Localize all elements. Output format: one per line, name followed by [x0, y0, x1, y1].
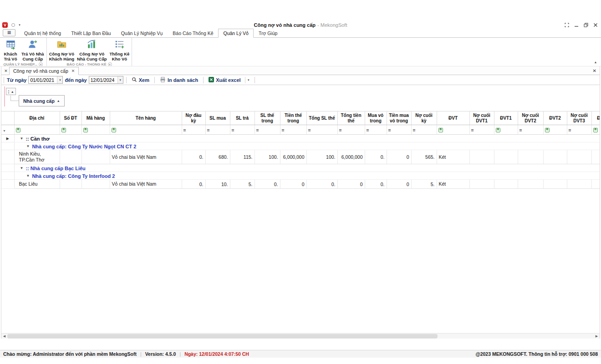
column-header[interactable]: ĐVT1	[494, 111, 518, 125]
close-all-tabs-icon[interactable]: ✕	[3, 69, 9, 75]
export-excel-dropdown-icon[interactable]: ▼	[245, 77, 252, 83]
dialog-launcher-icon[interactable]: ▾	[108, 62, 112, 66]
data-cell[interactable]: 5.	[230, 180, 255, 189]
filter-cell[interactable]: =	[255, 125, 280, 135]
data-cell[interactable]	[494, 150, 518, 164]
column-header[interactable]: Nợ cuối DVT2	[518, 111, 543, 125]
data-cell[interactable]: 0.	[365, 150, 387, 164]
data-cell[interactable]: Vỏ chai bia Việt Nam	[110, 180, 182, 189]
column-header[interactable]: Nợ cuối DVT1	[469, 111, 494, 125]
cong-no-vo-nha-cung-cap-button[interactable]: Công Nợ Vỏ Nhà Cung Cấp	[76, 38, 108, 62]
filter-cell[interactable]	[60, 125, 81, 135]
data-cell[interactable]	[469, 180, 494, 189]
to-date-input[interactable]	[89, 76, 117, 83]
column-header[interactable]: Tổng tiền thế	[337, 111, 365, 125]
group-row[interactable]: ▼:: Nhà cung cấp Bạc Liêu	[1, 164, 600, 172]
filter-cell[interactable]	[494, 125, 518, 135]
data-cell[interactable]	[567, 150, 591, 164]
tra-vo-nha-cung-cap-button[interactable]: Trả Vỏ Nhà Cung Cấp	[20, 38, 46, 62]
filter-cell[interactable]: =	[337, 125, 365, 135]
data-cell[interactable]: 0	[280, 180, 306, 189]
data-cell[interactable]: 680.	[205, 150, 230, 164]
column-header[interactable]: Tiền thế trong	[280, 111, 306, 125]
table-row[interactable]: Ninh Kiều, TP.Cần ThơVỏ chai bia Việt Na…	[1, 150, 600, 164]
quick-access-dropdown-icon[interactable]: ▼	[18, 24, 21, 26]
group-cell[interactable]: ▼Nhà cung cấp: Công Ty Nước Ngọt CN CT 2	[14, 142, 600, 150]
ribbon-tab-quan-ly-nghiep-vu[interactable]: Quản Lý Nghiệp Vụ	[116, 29, 168, 38]
ribbon-collapse-icon[interactable]: ▲	[592, 60, 599, 65]
column-header[interactable]: Tổng SL thế	[306, 111, 337, 125]
group-expand-icon[interactable]: ▼	[26, 174, 30, 178]
tabstrip-close-icon[interactable]: ✕	[593, 68, 598, 75]
group-row[interactable]: ▼Nhà cung cấp: Công Ty Interfood 2	[1, 172, 600, 180]
scroll-left-icon[interactable]: ◀	[1, 334, 7, 339]
data-cell[interactable]	[591, 150, 600, 164]
ribbon-tab-bao-cao-thong-ke[interactable]: Báo Cáo Thống Kê	[168, 29, 218, 38]
document-tab-cong-no-vo[interactable]: Công nợ vỏ nhà cung cấp ✕	[9, 67, 79, 75]
filter-indicator-cell[interactable]: ▼	[1, 125, 14, 135]
column-header[interactable]: Nợ đầu kỳ	[182, 111, 205, 125]
group-expand-icon[interactable]: ▼	[20, 166, 24, 170]
column-header[interactable]: Mua vỏ trong	[365, 111, 387, 125]
minimize-icon[interactable]	[574, 23, 579, 27]
group-cell[interactable]: ▼:: Cần thơ	[14, 135, 600, 142]
group-expand-icon[interactable]: ▼	[20, 136, 24, 141]
column-header[interactable]: Mã hàng	[81, 111, 110, 125]
column-header[interactable]: ĐVT	[437, 111, 469, 125]
data-cell[interactable]: 565.	[411, 150, 437, 164]
filter-cell[interactable]: =	[469, 125, 494, 135]
from-date-dropdown-icon[interactable]: ▼	[57, 76, 62, 83]
group-cell[interactable]: ▼Nhà cung cấp: Công Ty Interfood 2	[14, 172, 600, 180]
data-cell[interactable]: 0.	[182, 180, 205, 189]
data-cell[interactable]: 0	[387, 150, 411, 164]
column-header[interactable]: SL trả	[230, 111, 255, 125]
fullscreen-icon[interactable]	[565, 23, 569, 27]
data-cell[interactable]	[518, 180, 543, 189]
filter-cell[interactable]	[110, 125, 182, 135]
data-cell[interactable]: 0	[387, 180, 411, 189]
data-cell[interactable]: Két	[437, 180, 469, 189]
filter-cell[interactable]: =	[518, 125, 543, 135]
data-cell[interactable]: 0.	[182, 150, 205, 164]
group-cell[interactable]: ▼:: Nhà cung cấp Bạc Liêu	[14, 164, 600, 172]
data-cell[interactable]	[591, 180, 600, 189]
column-header[interactable]: Tiền mua vỏ trong	[387, 111, 411, 125]
filter-cell[interactable]: =	[280, 125, 306, 135]
view-button[interactable]: Xem	[129, 76, 152, 84]
filter-cell[interactable]: =	[567, 125, 591, 135]
filter-cell[interactable]	[591, 125, 600, 135]
column-header[interactable]: ĐVT2	[543, 111, 567, 125]
data-cell[interactable]: 0	[337, 180, 365, 189]
ribbon-tab-quan-tri-he-thong[interactable]: Quản trị hệ thống	[19, 29, 66, 38]
data-cell[interactable]	[81, 150, 110, 164]
close-icon[interactable]	[593, 23, 598, 27]
filter-cell[interactable]: =	[182, 125, 205, 135]
data-cell[interactable]	[60, 180, 81, 189]
group-field-nha-cung-cap[interactable]: Nhà cung cấp ▲	[19, 95, 65, 106]
column-header[interactable]: ĐVT3	[591, 111, 600, 125]
filter-cell[interactable]: =	[387, 125, 411, 135]
tab-close-icon[interactable]: ✕	[71, 69, 75, 73]
filter-cell[interactable]	[81, 125, 110, 135]
group-row[interactable]: ▼Nhà cung cấp: Công Ty Nước Ngọt CN CT 2	[1, 142, 600, 150]
column-header[interactable]: Địa chỉ	[14, 111, 60, 125]
filter-cell[interactable]: =	[230, 125, 255, 135]
data-cell[interactable]: 0.	[255, 180, 280, 189]
from-date-input[interactable]	[29, 76, 57, 83]
cong-no-vo-khach-hang-button[interactable]: Công Nợ Vỏ Khách Hàng	[48, 38, 76, 62]
data-cell[interactable]: 10.	[205, 180, 230, 189]
table-row[interactable]: Bạc LiêuVỏ chai bia Việt Nam0.10.5.0.00.…	[1, 180, 600, 189]
data-cell[interactable]: 100.	[306, 150, 337, 164]
data-cell[interactable]	[469, 150, 494, 164]
filter-cell[interactable]: =	[306, 125, 337, 135]
column-header[interactable]: Nợ cuối kỳ	[411, 111, 437, 125]
dialog-launcher-icon[interactable]: ▾	[39, 62, 43, 66]
filter-cell[interactable]: =	[411, 125, 437, 135]
column-header[interactable]: Nợ cuối DVT3	[567, 111, 591, 125]
khach-tra-vo-button[interactable]: Khách Trả Vỏ	[1, 38, 20, 62]
restore-icon[interactable]	[584, 23, 588, 27]
export-excel-button[interactable]: Xuất excel	[206, 76, 243, 84]
group-expand-icon[interactable]: ▼	[26, 144, 30, 148]
horizontal-scrollbar[interactable]: ◀ ▶	[1, 333, 600, 339]
thong-ke-kho-vo-button[interactable]: Thống Kê Kho Vỏ	[108, 38, 131, 62]
